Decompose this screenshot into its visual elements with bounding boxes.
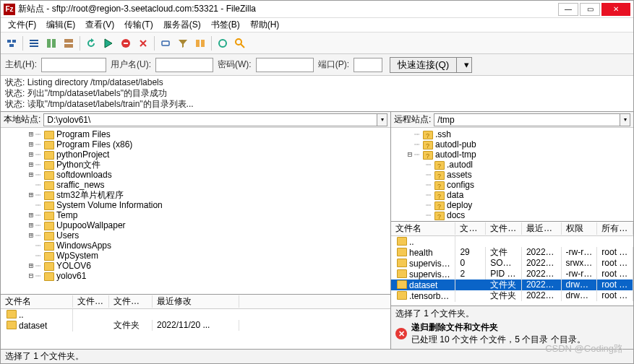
tree-expander[interactable]: ⊞	[27, 190, 35, 200]
tree-row[interactable]: ⊞┈Python文件	[4, 160, 387, 170]
column-header[interactable]: 文件类型	[486, 222, 522, 235]
column-header[interactable]: 文件名	[1, 295, 73, 308]
maximize-button[interactable]: ▭	[580, 3, 600, 16]
menu-item[interactable]: 服务器(S)	[159, 18, 205, 32]
cell: 0	[455, 258, 486, 269]
tree-row[interactable]: ⊞┈Program Files (x86)	[4, 139, 387, 150]
file-row[interactable]: .tensorboard-i...文件夹2022/11/2...drwxrw..…	[391, 290, 633, 301]
tree-row[interactable]: ┈configs	[394, 180, 630, 190]
column-header[interactable]: 文件大小	[455, 222, 486, 235]
file-row[interactable]: dataset文件夹2022/11/20 ...	[1, 320, 390, 331]
tree-expander[interactable]: ⊞	[27, 150, 35, 160]
tree-row[interactable]: ⊞┈softdownloads	[4, 170, 387, 180]
column-header[interactable]: 文件类型	[109, 295, 153, 308]
tree-row[interactable]: ┈.ssh	[394, 129, 630, 139]
tree-expander[interactable]: ⊟	[27, 271, 35, 281]
column-header[interactable]: 文件名	[391, 222, 455, 235]
tree-row[interactable]: ┈sraffic_news	[4, 180, 387, 190]
tree-row[interactable]: ┈autodl-pub	[394, 139, 630, 150]
process-queue-button[interactable]	[100, 35, 116, 51]
menu-item[interactable]: 文件(F)	[4, 18, 40, 32]
filter-button[interactable]	[175, 35, 191, 51]
column-header[interactable]: 所有者/组	[597, 222, 633, 235]
folder-icon	[44, 141, 54, 150]
tree-row[interactable]: ⊞┈stm32单片机程序	[4, 190, 387, 200]
local-path-dropdown[interactable]: ▾	[377, 113, 387, 126]
close-button[interactable]: ✕	[601, 3, 630, 16]
quick-connect-button[interactable]: 快速连接(Q)	[390, 57, 457, 73]
file-row[interactable]: health29文件2022/11/2...-rw-r--r--root roo…	[391, 247, 633, 258]
message-log[interactable]: 状态: Listing directory /tmp/dataset/label…	[1, 76, 633, 112]
tree-row[interactable]: ┈WpSystem	[4, 251, 387, 261]
menu-item[interactable]: 书签(B)	[207, 18, 244, 32]
tree-row[interactable]: ┈WindowsApps	[4, 240, 387, 251]
toggle-log-button[interactable]	[26, 35, 42, 51]
menu-item[interactable]: 帮助(H)	[246, 18, 284, 32]
cancel-button[interactable]	[118, 35, 134, 51]
column-header[interactable]: 文件大小	[73, 295, 109, 308]
menu-item[interactable]: 编辑(E)	[42, 18, 80, 32]
error-icon: ✕	[395, 328, 407, 339]
site-manager-button[interactable]	[4, 35, 20, 51]
column-header[interactable]: 最近修改	[153, 295, 239, 308]
tree-row[interactable]: ┈System Volume Information	[4, 200, 387, 210]
port-input[interactable]	[354, 58, 382, 72]
remote-tree[interactable]: ┈.ssh┈autodl-pub⊟┈autodl-tmp┈.autodl┈ass…	[391, 128, 633, 222]
quick-connect-history-button[interactable]: ▾	[457, 57, 472, 73]
tree-row[interactable]: ┈.autodl	[394, 160, 630, 170]
refresh-button[interactable]	[83, 35, 99, 51]
toggle-tree-button[interactable]	[43, 35, 59, 51]
tree-expander[interactable]: ⊞	[27, 129, 35, 139]
tree-row[interactable]: ┈data	[394, 190, 630, 200]
tree-row[interactable]: ⊟┈yolov61	[4, 271, 387, 281]
search-button[interactable]	[232, 35, 248, 51]
disconnect-button[interactable]	[135, 35, 151, 51]
tree-expander[interactable]: ⊟	[406, 150, 414, 160]
tree-expander[interactable]: ⊞	[27, 170, 35, 180]
tree-expander[interactable]: ⊞	[27, 210, 35, 220]
svg-rect-14	[201, 40, 205, 47]
file-row[interactable]: supervisord.pid2PID 文件2022/11/2...-rw-r-…	[391, 269, 633, 280]
tree-expander[interactable]: ⊞	[27, 220, 35, 230]
compare-button[interactable]	[192, 35, 208, 51]
tree-row[interactable]: ┈docs	[394, 210, 630, 220]
file-row[interactable]: ..	[1, 309, 390, 320]
tree-expander[interactable]: ⊞	[27, 261, 35, 271]
local-tree[interactable]: ⊞┈Program Files⊞┈Program Files (x86)⊞┈py…	[1, 128, 390, 295]
tree-row[interactable]: ⊞┈pythonProject	[4, 150, 387, 160]
menu-item[interactable]: 查看(V)	[81, 18, 119, 32]
local-path-input[interactable]	[43, 113, 377, 126]
folder-icon	[44, 232, 54, 240]
menu-item[interactable]: 传输(T)	[120, 18, 157, 32]
tree-row[interactable]: ⊞┈Program Files	[4, 129, 387, 139]
folder-icon	[44, 212, 54, 220]
user-input[interactable]	[155, 58, 213, 72]
tree-row[interactable]: ┈deploy	[394, 200, 630, 210]
minimize-button[interactable]: —	[558, 3, 578, 16]
column-header[interactable]: 权限	[562, 222, 598, 235]
tree-expander[interactable]: ⊞	[27, 139, 35, 150]
file-row[interactable]: ..	[391, 236, 633, 247]
tree-row[interactable]: ⊟┈autodl-tmp	[394, 150, 630, 160]
tree-row[interactable]: ⊞┈UpupooWallpaper	[4, 220, 387, 230]
sync-browse-button[interactable]	[215, 35, 231, 51]
app-logo: Fz	[4, 4, 15, 15]
tree-row[interactable]: ⊞┈YOLOV6	[4, 261, 387, 271]
folder-icon	[434, 191, 445, 200]
toggle-queue-button[interactable]	[61, 35, 77, 51]
file-row[interactable]: dataset文件夹2022/11/2...drwxr-x...root roo…	[391, 280, 633, 290]
remote-path-input[interactable]	[434, 113, 620, 126]
reconnect-button[interactable]	[158, 35, 174, 51]
tree-row[interactable]: ⊞┈Users	[4, 230, 387, 240]
tree-expander[interactable]: ⊞	[27, 160, 35, 170]
remote-path-dropdown[interactable]: ▾	[620, 113, 630, 126]
host-input[interactable]	[41, 58, 106, 72]
remote-file-list[interactable]: ..health29文件2022/11/2...-rw-r--r--root r…	[391, 236, 633, 306]
tree-expander[interactable]: ⊞	[27, 230, 35, 240]
tree-row[interactable]: ┈assets	[394, 170, 630, 180]
pass-input[interactable]	[256, 58, 314, 72]
column-header[interactable]: 最近修改	[522, 222, 562, 235]
local-file-list[interactable]: ..dataset文件夹2022/11/20 ...	[1, 309, 390, 349]
tree-row[interactable]: ⊞┈Temp	[4, 210, 387, 220]
file-row[interactable]: supervisor.sock0SOCK ...2022/11/2...srwx…	[391, 258, 633, 269]
